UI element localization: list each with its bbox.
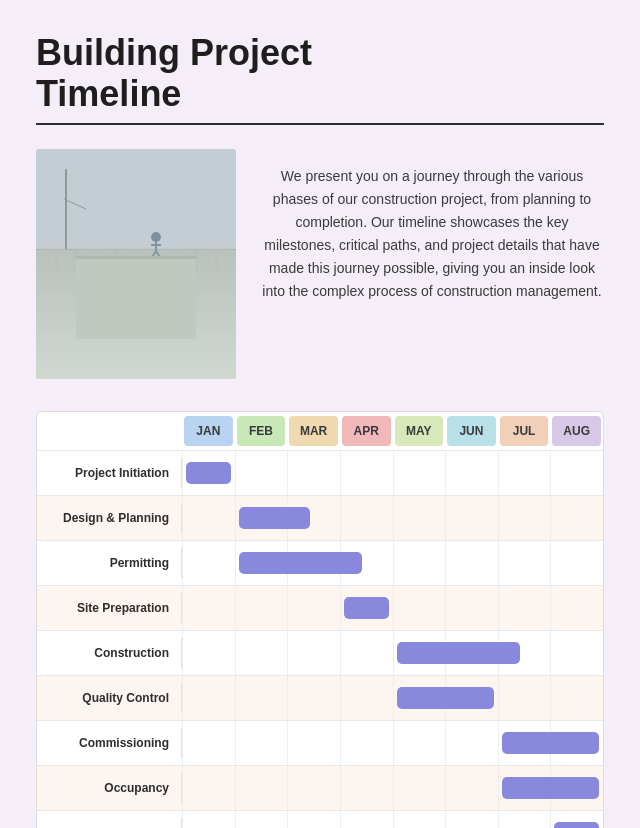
gantt-cell bbox=[393, 811, 446, 828]
gantt-month-may: MAY bbox=[395, 416, 444, 446]
gantt-row: Permitting bbox=[37, 540, 603, 585]
gantt-cell bbox=[182, 631, 235, 675]
gantt-row-label: Project Initiation bbox=[37, 458, 182, 488]
gantt-row-label: Quality Control bbox=[37, 683, 182, 713]
gantt-header: JANFEBMARAPRMAYJUNJULAUG bbox=[37, 412, 603, 450]
gantt-cell bbox=[182, 496, 235, 540]
gantt-row: Site Preparation bbox=[37, 585, 603, 630]
gantt-row: Design & Planning bbox=[37, 495, 603, 540]
svg-line-21 bbox=[152, 251, 156, 257]
gantt-row-cells bbox=[182, 766, 603, 810]
intro-section: We present you on a journey through the … bbox=[36, 149, 604, 379]
gantt-header-empty bbox=[37, 412, 182, 450]
gantt-cell bbox=[498, 496, 551, 540]
gantt-cell bbox=[235, 811, 288, 828]
gantt-cell bbox=[445, 451, 498, 495]
gantt-row: Occupancy bbox=[37, 765, 603, 810]
gantt-cell bbox=[235, 586, 288, 630]
gantt-cell bbox=[550, 631, 603, 675]
gantt-row-label: Design & Planning bbox=[37, 503, 182, 533]
gantt-cell bbox=[550, 451, 603, 495]
gantt-month-jul: JUL bbox=[500, 416, 549, 446]
gantt-cell bbox=[182, 811, 235, 828]
gantt-row-cells bbox=[182, 721, 603, 765]
gantt-cell bbox=[287, 721, 340, 765]
gantt-cell bbox=[550, 496, 603, 540]
gantt-row-label: Permitting bbox=[37, 548, 182, 578]
gantt-row: Closeout bbox=[37, 810, 603, 828]
gantt-bar bbox=[344, 597, 389, 619]
gantt-row-label: Occupancy bbox=[37, 773, 182, 803]
gantt-cell bbox=[393, 451, 446, 495]
gantt-cell bbox=[235, 676, 288, 720]
gantt-bar bbox=[554, 822, 599, 828]
gantt-chart: JANFEBMARAPRMAYJUNJULAUG Project Initiat… bbox=[36, 411, 604, 828]
gantt-cell bbox=[235, 631, 288, 675]
gantt-row-cells bbox=[182, 586, 603, 630]
gantt-cell bbox=[445, 586, 498, 630]
gantt-month-jan: JAN bbox=[184, 416, 233, 446]
intro-text: We present you on a journey through the … bbox=[260, 149, 604, 304]
gantt-cell bbox=[287, 766, 340, 810]
gantt-bar bbox=[502, 732, 599, 754]
gantt-cell bbox=[340, 811, 393, 828]
gantt-cell bbox=[340, 766, 393, 810]
gantt-cell bbox=[393, 766, 446, 810]
gantt-month-jun: JUN bbox=[447, 416, 496, 446]
gantt-row-cells bbox=[182, 496, 603, 540]
gantt-cell bbox=[393, 541, 446, 585]
gantt-cell bbox=[393, 721, 446, 765]
svg-point-18 bbox=[151, 232, 161, 242]
gantt-cell bbox=[498, 811, 551, 828]
gantt-cell bbox=[340, 631, 393, 675]
gantt-cell bbox=[182, 721, 235, 765]
gantt-row: Commissioning bbox=[37, 720, 603, 765]
gantt-cell bbox=[393, 586, 446, 630]
gantt-cell bbox=[235, 721, 288, 765]
gantt-body: Project InitiationDesign & PlanningPermi… bbox=[37, 450, 603, 828]
gantt-cell bbox=[182, 676, 235, 720]
gantt-cell bbox=[287, 631, 340, 675]
gantt-cell bbox=[550, 586, 603, 630]
gantt-cell bbox=[235, 766, 288, 810]
gantt-cell bbox=[445, 766, 498, 810]
gantt-month-apr: APR bbox=[342, 416, 391, 446]
gantt-row-cells bbox=[182, 811, 603, 828]
gantt-row-label: Site Preparation bbox=[37, 593, 182, 623]
gantt-cell bbox=[498, 451, 551, 495]
gantt-cell bbox=[393, 496, 446, 540]
building-image bbox=[36, 149, 236, 379]
gantt-cell bbox=[498, 541, 551, 585]
gantt-bar bbox=[502, 777, 599, 799]
gantt-cell bbox=[498, 676, 551, 720]
title-divider bbox=[36, 123, 604, 125]
gantt-cell bbox=[340, 496, 393, 540]
gantt-bar bbox=[239, 552, 363, 574]
gantt-cell bbox=[182, 586, 235, 630]
gantt-bar bbox=[397, 687, 494, 709]
gantt-bar bbox=[239, 507, 310, 529]
gantt-row-label: Closeout bbox=[37, 818, 182, 828]
gantt-cell bbox=[340, 676, 393, 720]
gantt-cell bbox=[445, 811, 498, 828]
gantt-row-cells bbox=[182, 541, 603, 585]
gantt-cell bbox=[235, 451, 288, 495]
gantt-cell bbox=[550, 676, 603, 720]
gantt-bar bbox=[186, 462, 231, 484]
gantt-cell bbox=[445, 496, 498, 540]
gantt-row-label: Construction bbox=[37, 638, 182, 668]
gantt-cell bbox=[287, 451, 340, 495]
gantt-cell bbox=[182, 766, 235, 810]
gantt-row-cells bbox=[182, 631, 603, 675]
gantt-cell bbox=[445, 721, 498, 765]
gantt-row-label: Commissioning bbox=[37, 728, 182, 758]
gantt-cell bbox=[287, 586, 340, 630]
gantt-cell bbox=[340, 721, 393, 765]
gantt-cell bbox=[498, 586, 551, 630]
gantt-row-cells bbox=[182, 451, 603, 495]
gantt-month-mar: MAR bbox=[289, 416, 338, 446]
gantt-cell bbox=[445, 541, 498, 585]
gantt-bar bbox=[397, 642, 521, 664]
gantt-cell bbox=[287, 811, 340, 828]
gantt-cell bbox=[550, 541, 603, 585]
